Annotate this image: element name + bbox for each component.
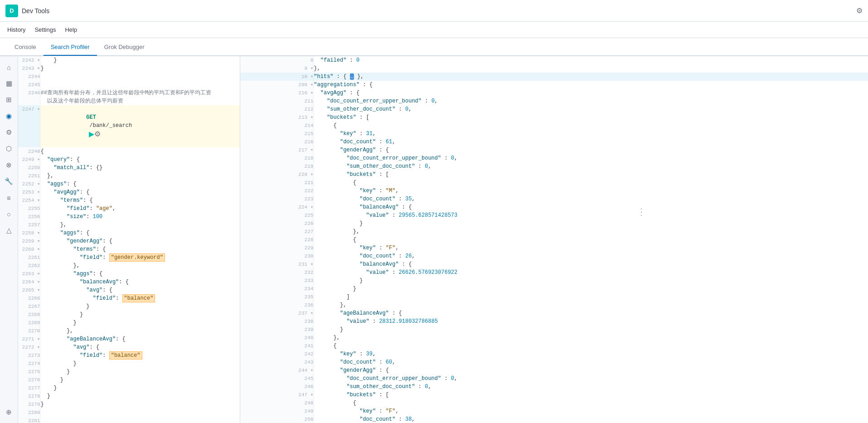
line-content[interactable]: } <box>40 392 240 400</box>
line-content[interactable]: "size": 100 <box>40 213 240 221</box>
line-content[interactable]: } <box>314 277 868 285</box>
line-content[interactable]: "sum_other_doc_count" : 0, <box>314 162 868 170</box>
sidebar-puzzle-icon[interactable]: ⊗ <box>2 158 16 172</box>
sidebar-gear-icon[interactable]: ⚙ <box>2 125 16 140</box>
line-content[interactable]: "doc_count" : 35, <box>314 195 868 203</box>
line-content[interactable]: } <box>40 360 240 368</box>
nav-history[interactable]: History <box>7 23 25 37</box>
line-content[interactable]: }, <box>40 221 240 229</box>
line-content[interactable]: { <box>314 179 868 187</box>
line-content[interactable]: "aggregations" : { <box>314 81 868 89</box>
line-content[interactable] <box>40 81 240 89</box>
line-content[interactable]: "balanceAvg" : { <box>314 203 868 211</box>
line-content[interactable]: "sum_other_doc_count" : 0, <box>314 383 868 391</box>
line-content[interactable]: } <box>314 285 868 293</box>
line-content[interactable]: "key" : 31, <box>314 130 868 138</box>
line-content[interactable]: } <box>314 326 868 334</box>
response-code-area[interactable]: 8 "failed" : 0 9 ▾ }, 10 ▾ "hits" : { … … <box>240 56 868 423</box>
line-content[interactable]: "value" : 28312.918032786885 <box>314 317 868 326</box>
tab-search-profiler[interactable]: Search Profiler <box>44 39 97 56</box>
line-content[interactable]: GET /bank/_search ▶ ⚙ <box>40 105 240 147</box>
line-content[interactable]: "genderAgg" : { <box>314 146 868 154</box>
nav-settings[interactable]: Settings <box>34 23 56 37</box>
sidebar-alert-icon[interactable]: △ <box>2 223 16 238</box>
line-content[interactable] <box>40 73 240 81</box>
line-content[interactable]: }, <box>314 301 868 309</box>
line-content[interactable]: "balanceAvg": { <box>40 278 240 286</box>
line-content[interactable]: }, <box>314 228 868 236</box>
line-content[interactable]: "doc_count" : 61, <box>314 138 868 146</box>
line-content[interactable]: "ageBalanceAvg": { <box>40 335 240 343</box>
line-content[interactable]: "terms": { <box>40 196 240 204</box>
run-button[interactable]: ▶ <box>89 130 94 138</box>
line-content[interactable]: "doc_count" : 26, <box>314 252 868 260</box>
tab-console[interactable]: Console <box>7 39 44 56</box>
tab-grok-debugger[interactable]: Grok Debugger <box>97 39 152 56</box>
line-content[interactable]: "avg": { <box>40 343 240 351</box>
line-content[interactable]: { <box>314 342 868 350</box>
line-content[interactable]: "doc_count_error_upper_bound" : 0, <box>314 374 868 383</box>
line-content[interactable]: "ageBalanceAvg" : { <box>314 309 868 317</box>
line-content[interactable]: "failed" : 0 <box>314 56 868 64</box>
sidebar-chart-icon[interactable]: ▦ <box>2 76 16 91</box>
line-content[interactable]: "genderAgg" : { <box>314 366 868 374</box>
line-content[interactable]: } <box>40 56 240 64</box>
line-content[interactable]: "aggs": { <box>40 180 240 188</box>
line-content[interactable]: "key" : "F", <box>314 244 868 252</box>
line-content[interactable]: } <box>314 219 868 228</box>
line-content[interactable]: { <box>314 399 868 407</box>
line-content[interactable]: "buckets" : [ <box>314 391 868 399</box>
line-content[interactable]: "aggs": { <box>40 229 240 237</box>
sidebar-settings-icon[interactable]: ⊕ <box>2 405 16 419</box>
line-content[interactable]: } <box>40 368 240 376</box>
top-settings-icon[interactable]: ⚙ <box>856 6 863 15</box>
line-content[interactable]: "doc_count_error_upper_bound" : 0, <box>314 97 868 105</box>
line-content[interactable]: { <box>314 236 868 244</box>
line-content[interactable]: "key" : "M", <box>314 187 868 195</box>
sidebar-shield-icon[interactable]: ⬡ <box>2 141 16 156</box>
line-content[interactable]: 以及这个年龄段的总体平均薪资 <box>40 97 240 105</box>
line-content[interactable]: { <box>314 122 868 130</box>
line-content[interactable]: "field": "balance" <box>40 351 240 360</box>
line-content[interactable]: "aggs": { <box>40 270 240 278</box>
nav-help[interactable]: Help <box>65 23 77 37</box>
line-content[interactable]: }, <box>314 64 868 73</box>
line-content[interactable]: "key" : 39, <box>314 350 868 358</box>
line-content[interactable]: "balanceAvg" : { <box>314 260 868 268</box>
sidebar-circle-icon[interactable]: ○ <box>2 207 16 221</box>
line-content[interactable]: "field": "balance" <box>40 294 240 302</box>
line-content[interactable]: "genderAgg": { <box>40 237 240 245</box>
line-content[interactable]: }, <box>40 327 240 335</box>
line-content[interactable]: ] <box>314 293 868 301</box>
line-content[interactable]: "value" : 29565.628571428573 <box>314 211 868 219</box>
line-content[interactable]: "avg": { <box>40 286 240 294</box>
line-content[interactable]: "terms": { <box>40 245 240 253</box>
line-content[interactable]: "buckets" : [ <box>314 113 868 122</box>
sidebar-db-icon[interactable]: ⊞ <box>2 92 16 107</box>
line-content[interactable]: ##查询所有年龄分布，并且让这些年龄段中M的平均工资和F的平均工资 <box>40 89 240 97</box>
line-content[interactable]: "sum_other_doc_count" : 0, <box>314 105 868 113</box>
line-content[interactable]: "query": { <box>40 156 240 164</box>
line-content[interactable]: { <box>40 147 240 156</box>
line-content[interactable]: } <box>40 376 240 384</box>
sidebar-home-icon[interactable]: ⌂ <box>2 60 16 74</box>
line-content[interactable]: }, <box>40 172 240 180</box>
line-content[interactable]: "field": "gender.keyword" <box>40 253 240 262</box>
line-content[interactable]: } <box>40 64 240 73</box>
line-content[interactable]: "value" : 26626.576923076922 <box>314 268 868 277</box>
sidebar-wrench-icon[interactable]: 🔧 <box>2 174 16 189</box>
line-content[interactable]: "key" : "F", <box>314 407 868 415</box>
query-settings-button[interactable]: ⚙ <box>94 130 101 138</box>
line-content[interactable]: "avgAgg" : { <box>314 89 868 97</box>
line-content[interactable]: "doc_count" : 38, <box>314 415 868 423</box>
line-content[interactable]: "match_all": {} <box>40 164 240 172</box>
line-content[interactable]: }, <box>40 262 240 270</box>
sidebar-person-icon[interactable]: ◉ <box>2 109 16 123</box>
line-content[interactable]: } <box>40 400 240 408</box>
line-content[interactable]: "hits" : { … }, <box>314 73 868 81</box>
line-content[interactable]: } <box>40 302 240 311</box>
line-content[interactable]: "doc_count" : 60, <box>314 358 868 366</box>
sidebar-stack-icon[interactable]: ≡ <box>2 190 16 205</box>
line-content[interactable]: "field": "age", <box>40 204 240 213</box>
line-content[interactable]: "buckets" : [ <box>314 170 868 179</box>
